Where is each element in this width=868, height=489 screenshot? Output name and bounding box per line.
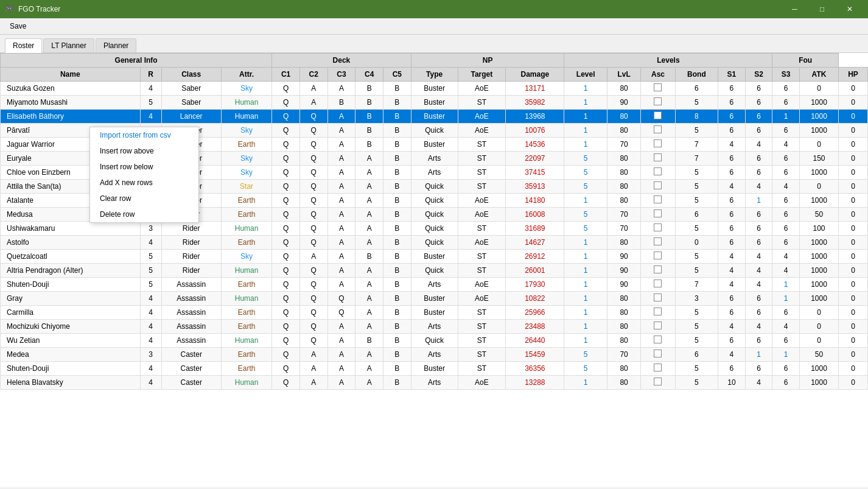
cell-r: 4	[140, 376, 161, 390]
table-row[interactable]: Elisabeth Báthory 4 Lancer Human Q Q A B…	[1, 110, 868, 124]
cell-s3: 6	[772, 334, 800, 348]
cell-lvl: 80	[607, 362, 640, 376]
cell-asc[interactable]	[641, 250, 675, 264]
context-menu-item[interactable]: Delete row	[90, 206, 198, 222]
window-controls: ─ □ ✕	[781, 0, 863, 18]
cell-asc[interactable]	[641, 110, 675, 124]
cell-asc[interactable]	[641, 292, 675, 306]
cell-s1: 4	[718, 138, 746, 152]
cell-c3: B	[327, 96, 355, 110]
cell-c4: A	[355, 348, 383, 362]
cell-asc[interactable]	[641, 180, 675, 194]
cell-damage: 26001	[506, 264, 564, 278]
cell-attr: Sky	[221, 250, 271, 264]
table-row[interactable]: Miyamoto Musashi 5 Saber Human Q A B B B…	[1, 96, 868, 110]
context-menu-item[interactable]: Insert row above	[90, 143, 198, 159]
cell-s3: 1	[772, 110, 800, 124]
cell-c4: A	[355, 278, 383, 292]
table-row[interactable]: Ushiwakamaru 3 Rider Human Q Q A A B Qui…	[1, 222, 868, 236]
save-menu-item[interactable]: Save	[5, 21, 31, 32]
cell-level: 1	[564, 278, 607, 292]
cell-level: 1	[564, 292, 607, 306]
cell-hp: 0	[839, 264, 868, 278]
cell-asc[interactable]	[641, 222, 675, 236]
cell-asc[interactable]	[641, 278, 675, 292]
col-bond: Bond	[675, 68, 718, 82]
table-row[interactable]: Shuten-Douji 5 Assassin Earth Q Q A A B …	[1, 278, 868, 292]
cell-asc[interactable]	[641, 306, 675, 320]
cell-asc[interactable]	[641, 376, 675, 390]
cell-asc[interactable]	[641, 236, 675, 250]
tab-planner[interactable]: Planner	[96, 38, 136, 52]
context-menu-item[interactable]: Insert row below	[90, 159, 198, 175]
cell-asc[interactable]	[641, 208, 675, 222]
cell-c2: A	[299, 362, 327, 376]
context-menu-item[interactable]: Clear row	[90, 191, 198, 206]
cell-asc[interactable]	[641, 82, 675, 96]
cell-level: 1	[564, 376, 607, 390]
cell-asc[interactable]	[641, 264, 675, 278]
cell-s2: 6	[745, 152, 772, 166]
context-menu-item[interactable]: Import roster from csv	[90, 127, 198, 143]
cell-asc[interactable]	[641, 124, 675, 138]
cell-bond: 5	[675, 320, 718, 334]
cell-r: 4	[140, 82, 161, 96]
cell-class: Saber	[161, 96, 221, 110]
cell-c5: B	[383, 124, 411, 138]
cell-c3: A	[327, 320, 355, 334]
col-class: Class	[161, 68, 221, 82]
cell-attr: Earth	[221, 348, 271, 362]
context-menu-item[interactable]: Add X new rows	[90, 175, 198, 191]
minimize-button[interactable]: ─	[781, 0, 808, 18]
table-row[interactable]: Altria Pendragon (Alter) 5 Rider Human Q…	[1, 264, 868, 278]
cell-asc[interactable]	[641, 96, 675, 110]
col-c3: C3	[327, 68, 355, 82]
cell-lvl: 80	[607, 306, 640, 320]
tab-roster[interactable]: Roster	[5, 38, 42, 53]
cell-target: AoE	[458, 278, 506, 292]
tab-lt-planner[interactable]: LT Planner	[43, 38, 94, 52]
cell-c1: Q	[272, 82, 300, 96]
table-row[interactable]: Carmilla 4 Assassin Earth Q Q Q A B Bust…	[1, 306, 868, 320]
cell-s3: 6	[772, 376, 800, 390]
table-row[interactable]: Wu Zetian 4 Assassin Human Q Q A B B Qui…	[1, 334, 868, 348]
cell-asc[interactable]	[641, 152, 675, 166]
table-row[interactable]: Shuten-Douji 4 Caster Earth Q A A A B Bu…	[1, 362, 868, 376]
maximize-button[interactable]: □	[808, 0, 836, 18]
table-row[interactable]: Helena Blavatsky 4 Caster Human Q A A A …	[1, 376, 868, 390]
cell-asc[interactable]	[641, 320, 675, 334]
cell-s1: 6	[718, 208, 746, 222]
close-button[interactable]: ✕	[836, 0, 863, 18]
cell-asc[interactable]	[641, 348, 675, 362]
cell-attr: Human	[221, 334, 271, 348]
cell-asc[interactable]	[641, 138, 675, 152]
table-row[interactable]: Quetzalcoatl 5 Rider Sky Q A A B B Buste…	[1, 250, 868, 264]
cell-damage: 13288	[506, 376, 564, 390]
col-atk: ATK	[800, 68, 839, 82]
cell-c3: A	[327, 82, 355, 96]
cell-bond: 0	[675, 236, 718, 250]
cell-c1: Q	[272, 376, 300, 390]
cell-lvl: 80	[607, 376, 640, 390]
table-row[interactable]: Medea 3 Caster Earth Q A A A B Arts ST 1…	[1, 348, 868, 362]
cell-hp: 0	[839, 278, 868, 292]
table-row[interactable]: Suzuka Gozen 4 Saber Sky Q A A B B Buste…	[1, 82, 868, 96]
cell-lvl: 80	[607, 334, 640, 348]
table-row[interactable]: Mochizuki Chiyome 4 Assassin Earth Q Q A…	[1, 320, 868, 334]
asc-checkbox	[654, 266, 662, 273]
cell-asc[interactable]	[641, 194, 675, 208]
cell-c5: B	[383, 376, 411, 390]
header-general-info: General Info	[1, 54, 272, 68]
cell-asc[interactable]	[641, 334, 675, 348]
cell-bond: 5	[675, 194, 718, 208]
cell-asc[interactable]	[641, 362, 675, 376]
cell-level: 5	[564, 166, 607, 180]
cell-type: Buster	[411, 362, 458, 376]
table-row[interactable]: Gray 4 Assassin Human Q Q Q A B Buster A…	[1, 292, 868, 306]
asc-checkbox	[654, 83, 662, 91]
cell-r: 4	[140, 236, 161, 250]
cell-c3: A	[327, 194, 355, 208]
cell-asc[interactable]	[641, 166, 675, 180]
table-row[interactable]: Astolfo 4 Rider Earth Q Q A A B Quick Ao…	[1, 236, 868, 250]
cell-r: 4	[140, 362, 161, 376]
